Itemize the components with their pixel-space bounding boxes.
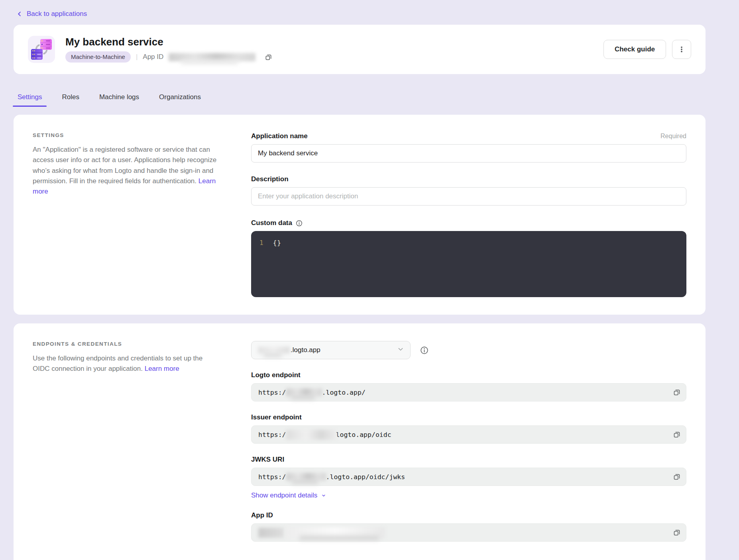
back-chevron-icon [17,11,23,17]
endpoints-card-intro: ENDPOINTS & CREDENTIALS Use the followin… [33,341,221,560]
copy-icon[interactable] [673,388,681,396]
meta-divider: | [136,53,138,61]
tenant-domain-select-row: .logto.app [251,341,686,359]
show-endpoint-details-label: Show endpoint details [251,491,317,499]
tenant-redacted-prefix [258,347,290,354]
custom-data-field-block: Custom data 1 {} [251,219,686,297]
endpoints-learn-more-link[interactable]: Learn more [145,365,179,372]
endpoints-section-description: Use the following endpoints and credenti… [33,353,217,374]
app-id-block: App ID [251,511,686,542]
application-title: My backend service [65,36,272,48]
copy-icon[interactable] [673,529,681,537]
logto-endpoint-block: Logto endpoint https:/ .logto.app/ [251,371,686,401]
back-to-applications-link[interactable]: Back to applications [17,10,87,18]
code-line: 1 {} [251,238,686,248]
line-number: 1 [251,238,263,248]
endpoints-section-heading: ENDPOINTS & CREDENTIALS [33,341,221,347]
jwks-uri-label: JWKS URI [251,456,284,464]
copy-icon[interactable] [673,473,681,481]
endpoint-prefix: https:/ [258,431,286,439]
app-id-field [251,523,686,542]
endpoint-redacted-part [286,430,336,440]
settings-card-intro: SETTINGS An "Application" is a registere… [33,132,221,297]
app-id-field-label: App ID [251,511,273,519]
settings-section-heading: SETTINGS [33,132,221,138]
jwks-uri-field: https:/ .logto.app/oidc/jwks [251,468,686,486]
required-indicator: Required [660,133,686,140]
settings-form: Application name Required Description Cu… [251,132,686,297]
application-header-card: My backend service Machine-to-Machine | … [14,25,706,74]
issuer-endpoint-block: Issuer endpoint https:/ logto.app/oidc [251,413,686,444]
tab-settings[interactable]: Settings [17,93,43,107]
issuer-endpoint-field: https:/ logto.app/oidc [251,425,686,444]
app-id-redacted-value [258,528,284,538]
description-input[interactable] [251,187,686,206]
endpoint-suffix: .logto.app/ [322,389,366,396]
application-name-input[interactable] [251,144,686,163]
app-id-redacted-value [285,527,385,538]
copy-icon[interactable] [673,431,681,439]
settings-card: SETTINGS An "Application" is a registere… [14,115,706,315]
description-field-block: Description [251,175,686,206]
info-icon[interactable] [296,220,303,227]
app-id-redacted-value [169,53,256,61]
application-tabs: Settings Roles Machine logs Organization… [17,93,706,107]
code-content: {} [273,238,281,248]
endpoint-redacted-part [286,473,326,481]
application-info: My backend service Machine-to-Machine | … [65,36,272,63]
back-row: Back to applications [17,9,706,19]
custom-data-code-editor[interactable]: 1 {} [251,231,686,297]
tab-roles[interactable]: Roles [61,93,80,107]
app-id-label: App ID [143,53,163,61]
copy-icon[interactable] [265,53,272,61]
endpoint-suffix: .logto.app/oidc/jwks [326,473,405,481]
check-guide-button[interactable]: Check guide [603,40,666,59]
more-options-button[interactable] [672,40,691,59]
description-label: Description [251,175,289,183]
tenant-domain-select[interactable]: .logto.app [251,341,411,359]
application-details-page: Back to applications [0,0,739,560]
endpoint-prefix: https:/ [258,389,286,396]
endpoint-suffix: logto.app/oidc [336,431,391,439]
logto-endpoint-label: Logto endpoint [251,371,301,379]
header-actions: Check guide [603,40,691,59]
endpoints-form: .logto.app Logto endpoint https:/ [251,341,686,560]
endpoint-prefix: https:/ [258,473,286,481]
custom-data-label: Custom data [251,219,303,227]
kebab-icon [678,45,686,53]
tab-machine-logs[interactable]: Machine logs [98,93,140,107]
application-meta-row: Machine-to-Machine | App ID [65,51,272,63]
machine-to-machine-app-icon [28,36,55,63]
jwks-uri-block: JWKS URI https:/ .logto.app/oidc/jwks [251,456,686,486]
tab-organizations[interactable]: Organizations [158,93,202,107]
logto-endpoint-field: https:/ .logto.app/ [251,383,686,401]
show-endpoint-details-toggle[interactable]: Show endpoint details [251,491,326,499]
tenant-domain-suffix: .logto.app [291,346,320,354]
settings-section-description: An "Application" is a registered softwar… [33,145,217,197]
application-name-field-block: Application name Required [251,132,686,163]
endpoint-redacted-part [286,388,322,396]
chevron-down-icon [321,493,326,498]
back-link-label: Back to applications [27,10,87,18]
chevron-down-icon [396,345,405,356]
endpoints-credentials-card: ENDPOINTS & CREDENTIALS Use the followin… [14,323,706,560]
issuer-endpoint-label: Issuer endpoint [251,413,302,421]
application-type-badge: Machine-to-Machine [65,51,131,63]
application-name-label: Application name [251,132,308,140]
info-icon[interactable] [420,346,428,354]
